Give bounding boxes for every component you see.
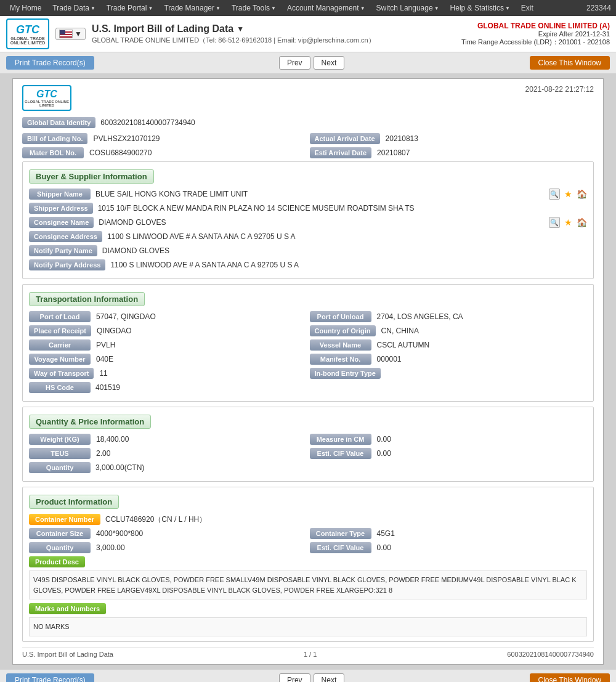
- bill-of-lading-label: Bill of Lading No.: [22, 133, 87, 144]
- main-content: GTC GLOBAL TRADE ONLINE LIMITED 2021-08-…: [0, 73, 616, 670]
- port-of-load-label: Port of Load: [29, 311, 91, 322]
- header-subtitle: GLOBAL TRADE ONLINE LIMITED（Tel: 86-512-…: [92, 36, 375, 45]
- product-desc-row: Product Desc: [29, 556, 587, 567]
- bottom-action-bar: Print Trade Record(s) Prev Next Close Th…: [0, 670, 616, 683]
- esti-cif-value: 0.00: [375, 449, 391, 458]
- container-size-label: Container Size: [29, 528, 91, 539]
- container-type-cell: Container Type 45G1: [310, 528, 588, 539]
- flag-selector[interactable]: ▼: [55, 28, 86, 40]
- port-of-unload-cell: Port of Unload 2704, LOS ANGELES, CA: [310, 311, 588, 322]
- header-left: GTC GLOBAL TRADEONLINE LIMITED ▼ U.S. Im…: [6, 18, 375, 49]
- record-footer-title: U.S. Import Bill of Lading Data: [22, 651, 113, 658]
- shipper-name-value: BLUE SAIL HONG KONG TRADE LIMIT UNIT: [91, 190, 549, 198]
- voyage-number-cell: Voyage Number 040E: [29, 354, 307, 365]
- measure-cm-label: Measure in CM: [310, 434, 371, 445]
- marks-row: Marks and Numbers: [29, 603, 587, 614]
- mater-bol-label: Mater BOL No.: [22, 147, 84, 158]
- logo-subtext: GLOBAL TRADEONLINE LIMITED: [10, 36, 45, 45]
- voyage-manifest-row: Voyage Number 040E Manifest No. 000001: [29, 354, 587, 365]
- esti-arrival-cell: Esti Arrival Date 20210807: [310, 147, 594, 158]
- next-button-bottom[interactable]: Next: [314, 673, 345, 683]
- consignee-address-row: Consignee Address 1100 S LINWOOD AVE # A…: [29, 231, 587, 242]
- nav-trade-tools[interactable]: Trade Tools ▼: [227, 2, 281, 14]
- nav-account-management[interactable]: Account Management ▼: [282, 2, 370, 14]
- shipper-star-icon[interactable]: ★: [562, 189, 573, 200]
- expire-info: Expire After 2021-12-31: [461, 30, 610, 38]
- shipper-search-icon[interactable]: 🔍: [549, 189, 560, 200]
- top-toolbar-center: Prev Next: [279, 56, 344, 70]
- close-button-bottom[interactable]: Close This Window: [530, 673, 610, 683]
- product-section: Product Information Container Number CCL…: [22, 487, 594, 642]
- weight-kg-value: 18,400.00: [94, 435, 129, 444]
- bill-of-lading-value: PVLHSZX21070129: [91, 134, 160, 143]
- container-size-type-row: Container Size 4000*900*800 Container Ty…: [29, 528, 587, 539]
- global-data-identity-value: 60032021081400007734940: [95, 118, 195, 127]
- manifest-no-cell: Manifest No. 000001: [310, 354, 588, 365]
- product-esti-cif-cell: Esti. CIF Value 0.00: [310, 542, 588, 553]
- prev-button-bottom[interactable]: Prev: [279, 673, 310, 683]
- bottom-toolbar-center: Prev Next: [279, 673, 344, 683]
- vessel-name-label: Vessel Name: [310, 339, 371, 351]
- record-logo-sub: GLOBAL TRADE ONLINE LIMITED: [23, 100, 70, 107]
- print-button-bottom[interactable]: Print Trade Record(s): [6, 673, 94, 683]
- nav-trade-manager[interactable]: Trade Manager ▼: [159, 2, 225, 14]
- port-row: Port of Load 57047, QINGDAO Port of Unlo…: [29, 311, 587, 322]
- record-box: GTC GLOBAL TRADE ONLINE LIMITED 2021-08-…: [12, 78, 604, 665]
- nav-my-home[interactable]: My Home: [5, 2, 46, 14]
- close-button-top[interactable]: Close This Window: [530, 56, 610, 70]
- weight-measure-row: Weight (KG) 18,400.00 Measure in CM 0.00: [29, 434, 587, 445]
- nav-help-statistics[interactable]: Help & Statistics ▼: [445, 2, 515, 14]
- shipper-address-row: Shipper Address 1015 10/F BLOCK A NEW MA…: [29, 203, 587, 214]
- consignee-search-icon[interactable]: 🔍: [549, 217, 560, 228]
- shipper-name-label: Shipper Name: [29, 189, 91, 200]
- weight-kg-label: Weight (KG): [29, 434, 91, 445]
- bill-of-lading-cell: Bill of Lading No. PVLHSZX21070129: [22, 133, 307, 144]
- actual-arrival-cell: Actual Arrival Date 20210813: [310, 133, 594, 144]
- consignee-address-label: Consignee Address: [29, 231, 102, 242]
- quantity-label: Quantity: [29, 462, 91, 473]
- product-header: Product Information: [29, 495, 119, 509]
- notify-party-address-value: 1100 S LINWOOD AVE # A SANTA ANA C A 927…: [105, 261, 587, 269]
- nav-trade-data[interactable]: Trade Data ▼: [47, 2, 100, 14]
- carrier-cell: Carrier PVLH: [29, 339, 307, 351]
- nav-exit[interactable]: Exit: [516, 2, 538, 14]
- measure-cm-cell: Measure in CM 0.00: [310, 434, 588, 445]
- product-desc-button[interactable]: Product Desc: [29, 556, 85, 567]
- hs-code-value: 401519: [91, 383, 120, 392]
- container-number-button[interactable]: Container Number: [29, 514, 100, 525]
- transportation-header: Transportation Information: [29, 292, 145, 306]
- consignee-star-icon[interactable]: ★: [562, 217, 573, 228]
- receipt-origin-row: Place of Receipt QINGDAO Country of Orig…: [29, 325, 587, 336]
- next-button-top[interactable]: Next: [314, 56, 345, 70]
- top-toolbar-right: Close This Window: [530, 56, 610, 70]
- actual-arrival-date-value: 20210813: [383, 134, 418, 143]
- nav-switch-language[interactable]: Switch Language ▼: [371, 2, 444, 14]
- consignee-name-row: Consignee Name DIAMOND GLOVES 🔍 ★ 🏠: [29, 217, 587, 228]
- prev-button-top[interactable]: Prev: [279, 56, 310, 70]
- buyer-supplier-header: Buyer & Supplier Information: [29, 169, 154, 184]
- record-footer: U.S. Import Bill of Lading Data 1 / 1 60…: [22, 647, 594, 658]
- port-of-unload-label: Port of Unload: [310, 311, 371, 322]
- marks-numbers-button[interactable]: Marks and Numbers: [29, 603, 106, 614]
- notify-party-address-label: Notify Party Address: [29, 259, 105, 270]
- container-number-value: CCLU7486920（CN / L / HH）: [100, 514, 206, 525]
- user-id: 223344: [586, 4, 611, 12]
- title-area: U.S. Import Bill of Lading Data ▼ GLOBAL…: [92, 23, 375, 45]
- notify-party-name-label: Notify Party Name: [29, 245, 97, 256]
- measure-cm-value: 0.00: [375, 435, 391, 444]
- esti-arrival-date-label: Esti Arrival Date: [310, 147, 372, 158]
- shipper-address-value: 1015 10/F BLOCK A NEW MANDA RIN PLAZA NO…: [93, 204, 587, 213]
- consignee-address-value: 1100 S LINWOOD AVE # A SANTA ANA C A 927…: [102, 232, 587, 241]
- teus-value: 2.00: [94, 449, 110, 458]
- shipper-home-icon[interactable]: 🏠: [576, 189, 587, 200]
- print-button-top[interactable]: Print Trade Record(s): [6, 56, 94, 70]
- consignee-home-icon[interactable]: 🏠: [576, 217, 587, 228]
- teus-cif-row: TEUS 2.00 Esti. CIF Value 0.00: [29, 448, 587, 459]
- flag-arrow: ▼: [75, 30, 82, 38]
- page-title: U.S. Import Bill of Lading Data ▼: [92, 23, 375, 35]
- way-of-transport-cell: Way of Transport 11: [29, 368, 307, 379]
- notify-party-name-row: Notify Party Name DIAMOND GLOVES: [29, 245, 587, 256]
- transportation-section: Transportation Information Port of Load …: [22, 284, 594, 402]
- nav-trade-portal[interactable]: Trade Portal ▼: [102, 2, 158, 14]
- voyage-number-label: Voyage Number: [29, 354, 91, 365]
